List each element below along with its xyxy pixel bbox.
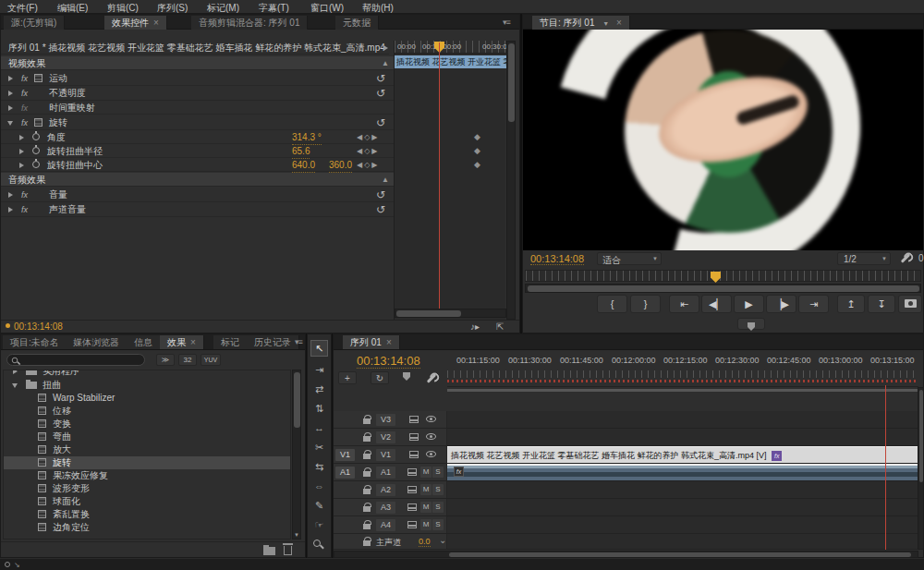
next-keyframe-icon[interactable]: ▶ (371, 133, 379, 141)
trash-icon[interactable] (284, 546, 292, 555)
tab-effect-controls[interactable]: 效果控件× (104, 16, 167, 30)
effect-row-volume[interactable]: fx 音量 ↺ (1, 188, 394, 202)
v1-clip[interactable]: 插花视频 花艺视频 开业花篮 零基础花艺 婚车插花 鲜花的养护 韩式花束_高清.… (447, 446, 918, 463)
stopwatch-icon[interactable] (32, 133, 40, 140)
keyframe-icon[interactable]: ◆ (474, 132, 480, 141)
mark-out-button[interactable]: } (630, 295, 661, 313)
search-input[interactable] (6, 354, 145, 366)
mute-button[interactable]: M (420, 502, 432, 513)
next-keyframe-icon[interactable]: ▶ (371, 161, 379, 169)
solo-button[interactable]: S (432, 467, 444, 478)
keyframe-icon[interactable]: ◆ (474, 160, 480, 169)
expand-icon[interactable] (8, 91, 13, 96)
param-radius-value[interactable]: 65.6 (292, 144, 310, 159)
track-name-a4[interactable]: A4 (376, 519, 395, 531)
tab-markers[interactable]: 标记 (213, 335, 248, 349)
prev-keyframe-icon[interactable]: ◀ (357, 133, 364, 141)
next-keyframe-icon[interactable]: ▶ (371, 147, 379, 155)
track-content-v2[interactable] (447, 429, 918, 446)
effect-row-channel-volume[interactable]: fx 声道音量 ↺ (1, 202, 394, 217)
rolling-edit-tool[interactable]: ⇅ (310, 401, 328, 416)
master-dropdown-icon[interactable]: ⌄ (439, 535, 446, 545)
mute-button[interactable]: M (420, 519, 432, 530)
program-timecode[interactable]: 00:13:14:08 (530, 253, 584, 265)
timeline-view-toggle-icon[interactable] (383, 45, 388, 51)
tree-item-turbulent-displace[interactable]: 紊乱置换 (4, 508, 291, 521)
playback-resolution-dropdown[interactable]: 1/2 ▼ (837, 252, 891, 265)
play-button[interactable]: ▶ (734, 295, 764, 313)
track-content-v3[interactable] (447, 411, 918, 429)
track-name-v2[interactable]: V2 (376, 431, 395, 443)
sync-lock-icon[interactable] (407, 521, 417, 528)
track-select-tool[interactable]: ⇥ (310, 362, 328, 377)
param-center-y-value[interactable]: 360.0 (329, 158, 352, 173)
scrollbar-thumb[interactable] (449, 552, 911, 557)
sync-lock-icon[interactable] (407, 468, 417, 476)
export-frame-button[interactable] (898, 295, 922, 313)
sync-lock-icon[interactable] (409, 451, 419, 458)
zoom-level-dropdown[interactable]: 适合 ▼ (597, 252, 662, 265)
param-center-x-value[interactable]: 640.0 (292, 158, 315, 173)
expand-icon[interactable] (19, 163, 24, 168)
close-icon[interactable]: × (386, 337, 392, 347)
lock-icon[interactable] (363, 454, 371, 459)
prev-keyframe-icon[interactable]: ◀ (357, 161, 364, 169)
razor-tool[interactable]: ✂ (310, 440, 328, 455)
audio-effects-header[interactable]: 音频效果 ▲ (1, 173, 394, 187)
tree-item-offset[interactable]: 位移 (4, 405, 291, 418)
track-content-master[interactable] (447, 534, 918, 550)
collapse-icon[interactable]: ▲ (382, 173, 389, 187)
keyframe-nav[interactable]: ◀◇▶ (357, 158, 379, 172)
expand-icon[interactable] (8, 76, 13, 81)
track-output-eye-icon[interactable] (426, 416, 436, 422)
tree-item-distort[interactable]: 扭曲 (4, 379, 291, 392)
keyframe-nav[interactable]: ◀◇▶ (357, 130, 379, 144)
menu-window[interactable]: 窗口(W) (310, 2, 344, 15)
snap-button[interactable]: + (338, 371, 357, 384)
video-effects-header[interactable]: 视频效果 ▲ (1, 56, 394, 70)
lock-icon[interactable] (363, 471, 371, 477)
tree-item-warp-stabilizer[interactable]: Warp Stabilizer (4, 392, 291, 405)
expand-icon[interactable] (19, 149, 24, 154)
mute-button[interactable]: M (420, 484, 432, 495)
track-output-eye-icon[interactable] (426, 451, 436, 457)
32bit-filter-button[interactable]: 32 (178, 354, 197, 366)
track-name-v3[interactable]: V3 (376, 414, 395, 426)
prev-keyframe-icon[interactable]: ◀ (357, 147, 364, 155)
menu-clip[interactable]: 剪辑(C) (107, 2, 139, 15)
keyframe-nav[interactable]: ◀◇▶ (357, 144, 379, 158)
reset-effect-icon[interactable]: ↺ (376, 189, 385, 200)
solo-button[interactable]: S (432, 484, 444, 495)
scrollbar-thumb[interactable] (294, 372, 300, 428)
track-name-a3[interactable]: A3 (376, 502, 395, 514)
program-video-frame[interactable] (523, 30, 923, 250)
add-marker-button[interactable] (737, 318, 765, 330)
lift-button[interactable]: ↥ (837, 295, 865, 313)
lock-icon[interactable] (363, 524, 371, 529)
timeline-ruler[interactable]: 00:11:15:00 00:11:30:00 00:11:45:00 00:1… (447, 350, 918, 387)
effects-tree-scrollbar[interactable]: ▼ (292, 370, 301, 540)
pen-tool[interactable]: ✎ (310, 498, 328, 513)
menu-title[interactable]: 字幕(T) (259, 2, 289, 15)
timeline-hscrollbar[interactable] (334, 551, 918, 558)
accelerated-effects-filter-button[interactable]: ≫ (156, 354, 175, 366)
selected-clip-bar[interactable]: 插花视频 花艺视频 开业花篮 零 (395, 55, 506, 68)
solo-button[interactable]: S (432, 502, 444, 513)
keyframe-icon[interactable]: ◆ (474, 146, 480, 155)
effect-row-time-remap[interactable]: fx 时间重映射 (1, 101, 394, 115)
sync-lock-icon[interactable] (409, 433, 419, 441)
tree-item-corner-pin[interactable]: 边角定位 (4, 521, 291, 534)
lock-icon[interactable] (363, 436, 371, 442)
close-icon[interactable]: × (616, 18, 622, 28)
close-icon[interactable]: × (190, 337, 196, 347)
lock-icon[interactable] (363, 506, 371, 512)
scroll-down-icon[interactable]: ▼ (294, 532, 299, 538)
tab-info[interactable]: 信息 (127, 335, 161, 349)
stopwatch-icon[interactable] (32, 147, 40, 154)
panel-menu-icon[interactable]: ▾≡ (295, 337, 302, 346)
track-content-a4[interactable] (447, 516, 918, 534)
tab-audio-mixer[interactable]: 音频剪辑混合器: 序列 01 (191, 16, 308, 30)
stopwatch-icon[interactable] (32, 161, 40, 168)
step-back-button[interactable]: ◀▏ (701, 295, 732, 313)
param-angle-value[interactable]: 314.3 ° (292, 130, 322, 145)
